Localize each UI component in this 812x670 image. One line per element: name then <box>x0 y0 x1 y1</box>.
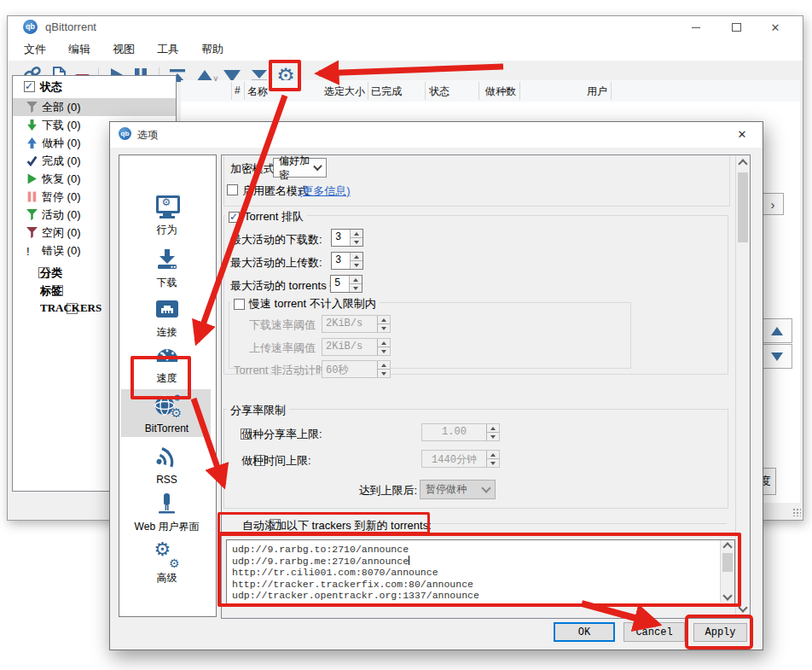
annotation-box-trackers-label <box>218 512 430 534</box>
maximize-button[interactable] <box>722 18 751 37</box>
slow-torrents-group <box>229 302 631 369</box>
annotation-box-bittorrent-nav <box>130 356 191 399</box>
funnel-icon <box>26 209 38 220</box>
max-downloads-label: 最大活动的下载数: <box>230 232 322 248</box>
queue-up-button[interactable] <box>762 318 792 343</box>
dialog-titlebar[interactable]: qb 选项 ✕ <box>110 122 763 148</box>
dialog-title: 选项 <box>137 128 158 143</box>
main-titlebar[interactable]: qb qBittorrent ✕ <box>8 16 803 38</box>
nav-item-downloads[interactable]: 下载 <box>120 244 213 290</box>
dl-threshold-spinbox[interactable]: 2KiB/s <box>322 315 391 333</box>
seed-time-spinbox[interactable]: 1440分钟 <box>421 450 500 468</box>
encryption-label: 加密模式: <box>230 161 278 177</box>
ratio-action-combo[interactable]: 暂停做种 <box>420 480 496 499</box>
menu-tools[interactable]: 工具 <box>151 39 185 60</box>
side-panel-toggle-button[interactable]: › <box>762 193 784 215</box>
column-done[interactable]: 已完成 <box>371 84 402 99</box>
ok-button[interactable]: OK <box>554 622 615 642</box>
upload-arrow-icon <box>26 137 38 149</box>
download-arrow-icon <box>26 119 38 131</box>
max-torrents-spinbox[interactable]: 5 <box>330 275 362 293</box>
column-user[interactable]: 用户 <box>556 84 607 99</box>
check-icon <box>26 155 38 166</box>
nav-item-rss[interactable]: RSS <box>120 442 213 486</box>
max-downloads-spinbox[interactable]: 3 <box>331 229 363 247</box>
share-ratio-group-label: 分享率限制 <box>227 403 289 418</box>
funnel-icon <box>26 227 38 238</box>
window-title: qBittorrent <box>45 20 96 33</box>
more-info-link[interactable]: (更多信息) <box>299 184 351 199</box>
categories-header[interactable]: 分类 <box>40 265 62 281</box>
nav-item-advanced[interactable]: ⚙ ⚙ 高级 <box>120 539 213 586</box>
ul-threshold-label: 上传速率阈值 <box>249 341 316 356</box>
queueing-group-label[interactable]: Torrent 排队 <box>225 209 307 224</box>
minimize-button[interactable] <box>682 18 710 37</box>
slow-torrents-group-label[interactable]: 慢速 torrent 不计入限制内 <box>230 296 380 312</box>
max-uploads-label: 最大活动的上传数: <box>230 255 322 271</box>
nav-item-behavior[interactable]: ⚙ 行为 <box>120 191 213 237</box>
menu-help[interactable]: 帮助 <box>195 39 229 60</box>
annotation-box-apply-button <box>685 615 753 650</box>
seed-time-label: 做种时间上限: <box>241 453 311 469</box>
cancel-button[interactable]: Cancel <box>624 622 685 642</box>
funnel-icon <box>26 102 38 113</box>
play-icon <box>26 173 38 184</box>
trackers-group-border <box>432 523 727 524</box>
column-status[interactable]: 状态 <box>429 84 450 99</box>
close-button[interactable]: ✕ <box>761 18 790 37</box>
nav-item-connection[interactable]: 连接 <box>120 294 213 340</box>
advanced-icon: ⚙ ⚙ <box>120 539 213 570</box>
queue-down-button[interactable] <box>762 344 792 369</box>
anonymous-mode-checkbox[interactable] <box>227 184 238 195</box>
annotation-box-options-gear <box>269 60 301 91</box>
menu-view[interactable]: 视图 <box>107 39 141 60</box>
filter-all[interactable]: 全部 (0) <box>13 98 176 116</box>
column-name[interactable]: 名称 <box>247 84 268 99</box>
dl-threshold-label: 下载速率阈值 <box>249 318 316 333</box>
webui-icon <box>120 488 213 519</box>
app-logo-icon: qb <box>23 20 38 34</box>
menu-bar: 文件 编辑 视图 工具 帮助 <box>8 38 803 61</box>
resize-grip[interactable] <box>792 508 801 516</box>
exclamation-icon: ! <box>26 245 38 256</box>
connection-icon <box>120 294 213 324</box>
ul-threshold-spinbox[interactable]: 2KiB/s <box>322 338 391 356</box>
menu-file[interactable]: 文件 <box>18 39 52 60</box>
seed-ratio-spinbox[interactable]: 1.00 <box>421 423 500 441</box>
content-scrollbar-thumb[interactable] <box>738 172 748 242</box>
sort-indicator-icon: ˅ <box>213 74 218 84</box>
max-torrents-label: 最大活动的 torrents 数: <box>230 278 344 294</box>
downloads-icon <box>120 244 213 275</box>
content-scroll-up-icon[interactable] <box>736 155 750 170</box>
tags-header[interactable]: 标签 <box>40 283 62 299</box>
rss-icon <box>120 442 213 473</box>
column-seeds[interactable]: 做种数 <box>465 84 516 99</box>
status-header: 状态 <box>40 79 62 95</box>
queueing-checkbox[interactable] <box>229 212 240 223</box>
ratio-reached-label: 达到上限后: <box>350 483 417 498</box>
behavior-icon: ⚙ <box>120 191 213 222</box>
slow-torrents-checkbox[interactable] <box>234 299 245 310</box>
menu-edit[interactable]: 编辑 <box>62 39 96 60</box>
inactivity-timer-spinbox[interactable]: 60秒 <box>322 360 391 378</box>
pause-icon <box>26 191 38 202</box>
status-header-checkbox[interactable] <box>24 81 35 92</box>
trackers-header[interactable]: TRACKERS <box>40 301 102 315</box>
seed-ratio-label: 做种分享率上限: <box>241 427 322 442</box>
max-uploads-spinbox[interactable]: 3 <box>331 252 363 270</box>
encryption-combo[interactable]: 偏好加密 <box>273 158 327 178</box>
nav-item-webui[interactable]: Web 用户界面 <box>120 488 213 534</box>
column-number[interactable]: # <box>235 84 241 96</box>
dialog-close-button[interactable]: ✕ <box>728 125 757 143</box>
column-size[interactable]: 选定大小 <box>307 84 365 99</box>
screen: qb qBittorrent ✕ 文件 编辑 视图 工具 帮助 <box>0 0 812 670</box>
annotation-box-trackers-textarea <box>218 533 741 607</box>
dialog-logo-icon: qb <box>119 127 131 140</box>
